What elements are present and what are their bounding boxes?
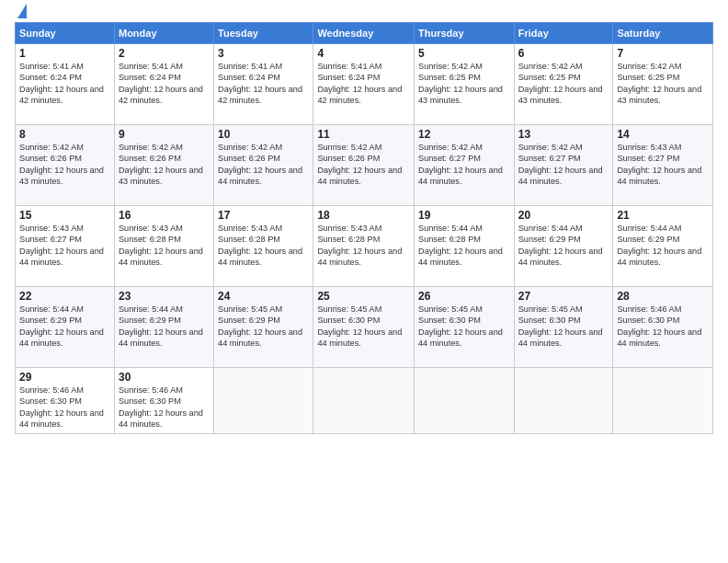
table-row: 21 Sunrise: 5:44 AMSunset: 6:29 PMDaylig… <box>613 206 713 287</box>
day-number: 3 <box>218 47 309 60</box>
day-number: 8 <box>19 128 110 141</box>
logo-icon <box>17 4 27 18</box>
col-sunday: Sunday <box>16 23 115 44</box>
table-row: 1 Sunrise: 5:41 AMSunset: 6:24 PMDayligh… <box>16 44 115 125</box>
day-info: Sunrise: 5:43 AMSunset: 6:27 PMDaylight:… <box>617 143 701 186</box>
table-row: 20 Sunrise: 5:44 AMSunset: 6:29 PMDaylig… <box>514 206 613 287</box>
table-row: 24 Sunrise: 5:45 AMSunset: 6:29 PMDaylig… <box>214 287 313 368</box>
day-number: 11 <box>317 128 410 141</box>
table-row: 12 Sunrise: 5:42 AMSunset: 6:27 PMDaylig… <box>415 125 515 206</box>
table-row: 11 Sunrise: 5:42 AMSunset: 6:26 PMDaylig… <box>313 125 415 206</box>
day-info: Sunrise: 5:46 AMSunset: 6:30 PMDaylight:… <box>119 385 203 429</box>
day-info: Sunrise: 5:42 AMSunset: 6:26 PMDaylight:… <box>119 143 203 186</box>
day-number: 22 <box>19 290 110 303</box>
day-info: Sunrise: 5:46 AMSunset: 6:30 PMDaylight:… <box>19 385 104 429</box>
table-row <box>214 368 313 434</box>
col-tuesday: Tuesday <box>214 23 313 44</box>
day-info: Sunrise: 5:45 AMSunset: 6:30 PMDaylight:… <box>518 304 603 348</box>
day-info: Sunrise: 5:42 AMSunset: 6:25 PMDaylight:… <box>418 62 503 105</box>
table-row: 23 Sunrise: 5:44 AMSunset: 6:29 PMDaylig… <box>114 287 213 368</box>
table-row: 25 Sunrise: 5:45 AMSunset: 6:30 PMDaylig… <box>313 287 415 368</box>
table-row: 26 Sunrise: 5:45 AMSunset: 6:30 PMDaylig… <box>415 287 515 368</box>
day-info: Sunrise: 5:42 AMSunset: 6:26 PMDaylight:… <box>317 143 402 186</box>
col-monday: Monday <box>114 23 213 44</box>
day-info: Sunrise: 5:43 AMSunset: 6:28 PMDaylight:… <box>218 224 302 267</box>
table-row: 7 Sunrise: 5:42 AMSunset: 6:25 PMDayligh… <box>613 44 713 125</box>
col-saturday: Saturday <box>613 23 713 44</box>
col-friday: Friday <box>514 23 613 44</box>
day-number: 23 <box>119 290 210 303</box>
day-info: Sunrise: 5:42 AMSunset: 6:26 PMDaylight:… <box>218 143 302 186</box>
page: Sunday Monday Tuesday Wednesday Thursday… <box>0 0 728 563</box>
table-row: 2 Sunrise: 5:41 AMSunset: 6:24 PMDayligh… <box>114 44 213 125</box>
day-info: Sunrise: 5:42 AMSunset: 6:27 PMDaylight:… <box>518 143 603 186</box>
day-info: Sunrise: 5:41 AMSunset: 6:24 PMDaylight:… <box>218 62 302 105</box>
day-number: 30 <box>119 371 210 384</box>
day-info: Sunrise: 5:44 AMSunset: 6:29 PMDaylight:… <box>617 224 701 267</box>
header <box>15 9 713 18</box>
day-info: Sunrise: 5:42 AMSunset: 6:27 PMDaylight:… <box>418 143 503 186</box>
table-row: 17 Sunrise: 5:43 AMSunset: 6:28 PMDaylig… <box>214 206 313 287</box>
day-info: Sunrise: 5:46 AMSunset: 6:30 PMDaylight:… <box>617 304 701 348</box>
day-info: Sunrise: 5:44 AMSunset: 6:29 PMDaylight:… <box>19 304 104 348</box>
table-row: 19 Sunrise: 5:44 AMSunset: 6:28 PMDaylig… <box>415 206 515 287</box>
table-row: 6 Sunrise: 5:42 AMSunset: 6:25 PMDayligh… <box>514 44 613 125</box>
day-number: 5 <box>418 47 510 60</box>
table-row: 18 Sunrise: 5:43 AMSunset: 6:28 PMDaylig… <box>313 206 415 287</box>
col-wednesday: Wednesday <box>313 23 415 44</box>
col-thursday: Thursday <box>415 23 515 44</box>
table-row: 10 Sunrise: 5:42 AMSunset: 6:26 PMDaylig… <box>214 125 313 206</box>
table-row <box>415 368 515 434</box>
day-number: 27 <box>518 290 609 303</box>
logo <box>15 9 27 18</box>
table-row: 30 Sunrise: 5:46 AMSunset: 6:30 PMDaylig… <box>114 368 213 434</box>
day-info: Sunrise: 5:43 AMSunset: 6:28 PMDaylight:… <box>119 224 203 267</box>
day-info: Sunrise: 5:44 AMSunset: 6:29 PMDaylight:… <box>119 304 203 348</box>
day-number: 1 <box>19 47 110 60</box>
day-number: 14 <box>617 128 709 141</box>
day-info: Sunrise: 5:42 AMSunset: 6:25 PMDaylight:… <box>518 62 603 105</box>
day-number: 7 <box>617 47 709 60</box>
table-row: 14 Sunrise: 5:43 AMSunset: 6:27 PMDaylig… <box>613 125 713 206</box>
day-info: Sunrise: 5:45 AMSunset: 6:29 PMDaylight:… <box>218 304 302 348</box>
day-number: 2 <box>119 47 210 60</box>
table-row: 22 Sunrise: 5:44 AMSunset: 6:29 PMDaylig… <box>16 287 115 368</box>
day-info: Sunrise: 5:45 AMSunset: 6:30 PMDaylight:… <box>418 304 503 348</box>
table-row <box>313 368 415 434</box>
day-info: Sunrise: 5:44 AMSunset: 6:28 PMDaylight:… <box>418 224 503 267</box>
day-number: 25 <box>317 290 410 303</box>
day-number: 18 <box>317 209 410 222</box>
table-row: 27 Sunrise: 5:45 AMSunset: 6:30 PMDaylig… <box>514 287 613 368</box>
table-row: 15 Sunrise: 5:43 AMSunset: 6:27 PMDaylig… <box>16 206 115 287</box>
day-number: 9 <box>119 128 210 141</box>
table-row: 8 Sunrise: 5:42 AMSunset: 6:26 PMDayligh… <box>16 125 115 206</box>
header-row: Sunday Monday Tuesday Wednesday Thursday… <box>16 23 713 44</box>
table-row: 28 Sunrise: 5:46 AMSunset: 6:30 PMDaylig… <box>613 287 713 368</box>
table-row: 13 Sunrise: 5:42 AMSunset: 6:27 PMDaylig… <box>514 125 613 206</box>
day-info: Sunrise: 5:44 AMSunset: 6:29 PMDaylight:… <box>518 224 603 267</box>
day-number: 6 <box>518 47 609 60</box>
day-number: 13 <box>518 128 609 141</box>
day-number: 4 <box>317 47 410 60</box>
day-number: 17 <box>218 209 309 222</box>
table-row: 4 Sunrise: 5:41 AMSunset: 6:24 PMDayligh… <box>313 44 415 125</box>
day-number: 29 <box>19 371 110 384</box>
day-number: 12 <box>418 128 510 141</box>
day-number: 16 <box>119 209 210 222</box>
day-number: 15 <box>19 209 110 222</box>
table-row <box>514 368 613 434</box>
day-info: Sunrise: 5:43 AMSunset: 6:27 PMDaylight:… <box>19 224 104 267</box>
day-info: Sunrise: 5:41 AMSunset: 6:24 PMDaylight:… <box>317 62 402 105</box>
table-row: 3 Sunrise: 5:41 AMSunset: 6:24 PMDayligh… <box>214 44 313 125</box>
day-info: Sunrise: 5:41 AMSunset: 6:24 PMDaylight:… <box>119 62 203 105</box>
table-row: 29 Sunrise: 5:46 AMSunset: 6:30 PMDaylig… <box>16 368 115 434</box>
day-info: Sunrise: 5:45 AMSunset: 6:30 PMDaylight:… <box>317 304 402 348</box>
day-info: Sunrise: 5:43 AMSunset: 6:28 PMDaylight:… <box>317 224 402 267</box>
day-info: Sunrise: 5:42 AMSunset: 6:25 PMDaylight:… <box>617 62 701 105</box>
table-row: 9 Sunrise: 5:42 AMSunset: 6:26 PMDayligh… <box>114 125 213 206</box>
day-info: Sunrise: 5:42 AMSunset: 6:26 PMDaylight:… <box>19 143 104 186</box>
day-number: 10 <box>218 128 309 141</box>
calendar-table: Sunday Monday Tuesday Wednesday Thursday… <box>15 22 713 434</box>
day-number: 26 <box>418 290 510 303</box>
table-row: 16 Sunrise: 5:43 AMSunset: 6:28 PMDaylig… <box>114 206 213 287</box>
